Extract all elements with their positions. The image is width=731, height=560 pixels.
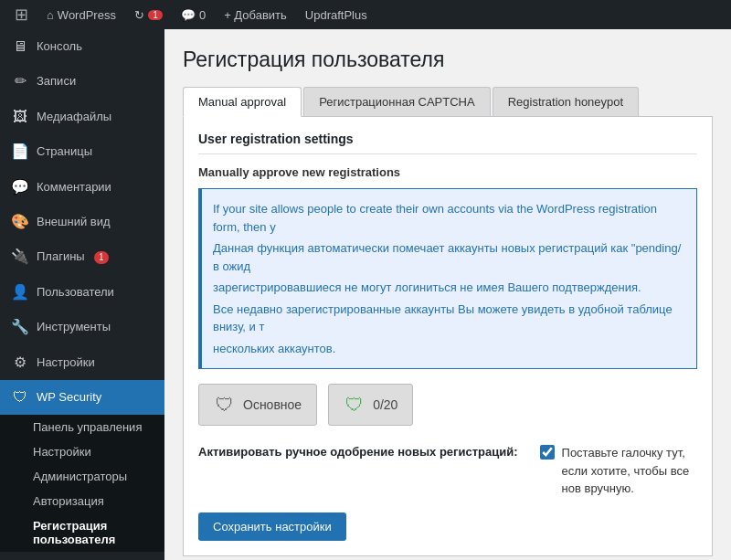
- manual-approval-checkbox[interactable]: [540, 445, 555, 460]
- updraftplus-button[interactable]: UpdraftPlus: [298, 0, 375, 29]
- sidebar-label-posts: Записи: [37, 73, 76, 90]
- console-icon: 🖥: [11, 37, 29, 57]
- sidebar-item-settings[interactable]: ⚙ Настройки: [0, 345, 164, 380]
- tab-manual-label: Manual approval: [198, 95, 286, 109]
- sidebar-item-plugins[interactable]: 🔌 Плагины 1: [0, 239, 164, 274]
- save-button[interactable]: Сохранить настройки: [198, 512, 346, 541]
- sidebar-label-settings: Настройки: [37, 354, 95, 371]
- pages-icon: 📄: [11, 142, 29, 162]
- submenu-label-auth: Авторизация: [33, 494, 104, 508]
- updraftplus-label: UpdraftPlus: [305, 8, 367, 22]
- add-new-label: + Добавить: [224, 8, 287, 22]
- submenu-label-dashboard: Панель управления: [33, 420, 142, 434]
- tabs-container: Manual approval Регистрационная CAPTCHA …: [183, 87, 713, 117]
- submenu-item-settings[interactable]: Настройки: [0, 439, 164, 464]
- plugins-icon: 🔌: [11, 247, 29, 267]
- sidebar-label-wpsecurity: WP Security: [37, 389, 101, 406]
- settings-box: User registration settings Manually appr…: [183, 117, 713, 556]
- submenu-item-registration[interactable]: Регистрация пользователя: [0, 513, 164, 552]
- sidebar-label-users: Пользователи: [37, 284, 114, 301]
- subsection-title: Manually approve new registrations: [198, 165, 697, 179]
- admin-bar: ⊞ ⌂ WordPress ↻ 1 💬 0 + Добавить Updraft…: [0, 0, 731, 29]
- submenu-label-registration: Регистрация пользователя: [33, 519, 115, 546]
- submenu-item-auth[interactable]: Авторизация: [0, 489, 164, 513]
- sidebar-item-comments[interactable]: 💬 Комментарии: [0, 170, 164, 205]
- wp-icon: ⊞: [15, 5, 28, 25]
- users-icon: 👤: [11, 282, 29, 302]
- updates-button[interactable]: ↻ 1: [127, 0, 170, 29]
- section-title: User registration settings: [198, 132, 697, 154]
- main-layout: 🖥 Консоль ✏ Записи 🖼 Медиафайлы 📄 Страни…: [0, 29, 731, 560]
- sidebar-label-comments: Комментарии: [37, 179, 111, 195]
- sidebar-item-console[interactable]: 🖥 Консоль: [0, 29, 164, 64]
- info-line-3: зарегистрировавшиеся не могут логиниться…: [213, 279, 685, 297]
- sidebar-label-pages: Страницы: [37, 143, 92, 160]
- submenu-item-dashboard[interactable]: Панель управления: [0, 415, 164, 439]
- checkbox-label: Поставьте галочку тут, если хотите, чтоб…: [562, 444, 697, 498]
- home-icon: ⌂: [47, 8, 54, 22]
- wp-logo-button[interactable]: ⊞: [7, 0, 36, 29]
- plugins-badge: 1: [94, 251, 109, 264]
- stats-row: 🛡 Основное 🛡 0/20: [198, 384, 697, 426]
- info-box: If your site allows people to create the…: [198, 188, 697, 369]
- stat-main[interactable]: 🛡 Основное: [198, 384, 317, 426]
- form-label: Активировать ручное одобрение новых реги…: [198, 444, 518, 460]
- info-line-1: If your site allows people to create the…: [213, 200, 685, 236]
- tab-captcha[interactable]: Регистрационная CAPTCHA: [303, 87, 491, 116]
- sidebar-item-pages[interactable]: 📄 Страницы: [0, 134, 164, 169]
- info-line-2: Данная функция автоматически помечает ак…: [213, 239, 685, 275]
- sidebar-label-plugins: Плагины: [37, 248, 85, 265]
- sidebar-label-tools: Инструменты: [37, 319, 111, 335]
- stat-main-label: Основное: [243, 397, 302, 412]
- comments-button[interactable]: 💬 0: [174, 0, 213, 29]
- media-icon: 🖼: [11, 107, 29, 127]
- tab-captcha-label: Регистрационная CAPTCHA: [319, 95, 475, 109]
- form-row: Активировать ручное одобрение новых реги…: [198, 444, 697, 498]
- site-name-button[interactable]: ⌂ WordPress: [39, 0, 123, 29]
- sidebar-label-media: Медиафайлы: [37, 109, 111, 125]
- stat-count-label: 0/20: [373, 397, 397, 412]
- form-control-area: Поставьте галочку тут, если хотите, чтоб…: [540, 444, 697, 498]
- posts-icon: ✏: [11, 71, 29, 91]
- comments-count: 0: [199, 8, 206, 22]
- updates-icon: ↻: [134, 8, 144, 22]
- appearance-icon: 🎨: [11, 212, 29, 232]
- sidebar-item-media[interactable]: 🖼 Медиафайлы: [0, 100, 164, 134]
- sidebar-label-appearance: Внешний вид: [37, 214, 111, 230]
- sidebar-item-wpsecurity[interactable]: 🛡 WP Security: [0, 380, 164, 415]
- submenu-label-settings: Настройки: [33, 445, 91, 459]
- tab-manual-approval[interactable]: Manual approval: [183, 87, 302, 117]
- info-line-4: Все недавно зарегистрированные аккаунты …: [213, 301, 685, 336]
- tab-honeypot-label: Registration honeypot: [508, 95, 623, 109]
- sidebar-label-console: Консоль: [37, 38, 82, 55]
- info-line-5: нескольких аккаунтов.: [213, 340, 685, 358]
- add-new-button[interactable]: + Добавить: [217, 0, 294, 29]
- sidebar: 🖥 Консоль ✏ Записи 🖼 Медиафайлы 📄 Страни…: [0, 29, 164, 560]
- content-area: Регистрация пользователя Manual approval…: [164, 29, 731, 560]
- sidebar-item-appearance[interactable]: 🎨 Внешний вид: [0, 205, 164, 239]
- site-name-label: WordPress: [58, 8, 116, 22]
- submenu-label-admins: Администраторы: [33, 470, 127, 483]
- shield-gray-icon: 🛡: [214, 392, 236, 417]
- updates-count: 1: [148, 10, 163, 20]
- comments-icon: 💬: [181, 8, 196, 22]
- sidebar-item-tools[interactable]: 🔧 Инструменты: [0, 310, 164, 344]
- page-title: Регистрация пользователя: [183, 48, 713, 72]
- settings-icon: ⚙: [11, 353, 29, 373]
- wpsecurity-icon: 🛡: [11, 387, 29, 407]
- tools-icon: 🔧: [11, 317, 29, 337]
- submenu-item-admins[interactable]: Администраторы: [0, 464, 164, 489]
- sidebar-item-posts[interactable]: ✏ Записи: [0, 64, 164, 99]
- shield-green-icon: 🛡: [344, 392, 366, 417]
- sidebar-item-users[interactable]: 👤 Пользователи: [0, 275, 164, 310]
- comments-sidebar-icon: 💬: [11, 177, 29, 197]
- wpsecurity-submenu: Панель управления Настройки Администрато…: [0, 415, 164, 552]
- stat-count[interactable]: 🛡 0/20: [328, 384, 413, 426]
- tab-honeypot[interactable]: Registration honeypot: [493, 87, 639, 116]
